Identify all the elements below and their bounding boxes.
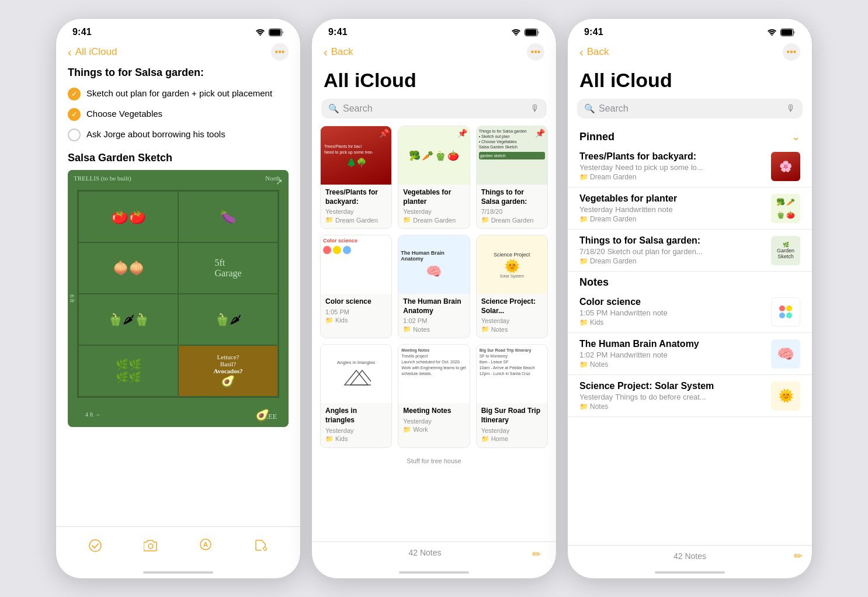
- status-bar-3: 9:41: [568, 19, 812, 41]
- home-bar-2: [399, 571, 469, 574]
- note-card-folder-4: 📁Notes: [403, 325, 464, 333]
- nav-back-2[interactable]: ‹ Back: [324, 46, 353, 59]
- note-count-2: 42 Notes: [408, 548, 441, 557]
- note-thumb-7: Meeting NotesTrevills projectLaunch sche…: [398, 345, 469, 403]
- svg-marker-11: [350, 370, 371, 385]
- search-bar-2[interactable]: 🔍 Search 🎙: [321, 99, 547, 119]
- pinned-item-1[interactable]: Vegetables for planter Yesterday Handwri…: [568, 188, 812, 230]
- phone-2: 9:41 ‹ Back ••• All iCloud 🔍 Search 🎙: [311, 18, 557, 579]
- svg-point-12: [771, 34, 772, 36]
- search-bar-3[interactable]: 🔍 Search 🎙: [577, 99, 803, 119]
- home-bar-3: [655, 571, 725, 574]
- note-thumb-r2: 🌞: [771, 381, 800, 411]
- notes-label: Notes: [579, 276, 609, 289]
- note-folder-r2: 📁Notes: [579, 402, 764, 411]
- pinned-item-0[interactable]: Trees/Plants for backyard: Yesterday Nee…: [568, 145, 812, 188]
- pin-icon-2: 📌: [535, 129, 545, 138]
- note-thumb-r1: 🧠: [771, 339, 800, 369]
- phone-1: 9:41 ‹ All iCloud ••• Things to for Sals…: [55, 18, 301, 579]
- note-preview-r0: Handwritten note: [610, 308, 667, 317]
- pinned-folder-1: 📁Dream Garden: [579, 215, 764, 223]
- bottom-toolbar-1: A: [56, 526, 300, 567]
- svg-rect-14: [782, 29, 793, 35]
- note-title-r1: The Human Brain Anatomy: [579, 339, 764, 349]
- nav-back-label-2[interactable]: Back: [331, 46, 353, 58]
- nav-back-1[interactable]: ‹ All iCloud: [68, 46, 117, 59]
- compose-toolbar-btn[interactable]: [249, 534, 273, 557]
- pen-icon: A: [200, 539, 211, 553]
- note-thumb-4: The Human Brain Anatomy 🧠: [398, 235, 469, 294]
- note-title-1: Things to for Salsa garden:: [68, 67, 289, 79]
- note-card-5[interactable]: Science Project 🌞 Solar System Science P…: [476, 235, 548, 338]
- todo-item-0[interactable]: ✓ Sketch out plan for garden + pick out …: [68, 87, 289, 100]
- pinned-sub-2: 7/18/20 Sketch out plan for garden...: [579, 247, 764, 256]
- battery-icon: [269, 29, 284, 36]
- nav-more-1[interactable]: •••: [271, 43, 289, 61]
- note-card-info-4: The Human Brain Anatomy 1:02 PM 📁Notes: [398, 294, 469, 338]
- note-item-0[interactable]: Color science 1:05 PM Handwritten note 📁…: [568, 291, 812, 333]
- pinned-item-2[interactable]: Things to for Salsa garden: 7/18/20 Sket…: [568, 230, 812, 272]
- note-card-date-6: Yesterday: [325, 427, 387, 434]
- battery-icon-2: [525, 29, 540, 36]
- note-thumb-0: Trees/Plants for bac!Need to pick up som…: [321, 126, 391, 185]
- phone-3: 9:41 ‹ Back ••• All iCloud 🔍 Search 🎙: [567, 18, 813, 579]
- nav-back-label-1[interactable]: All iCloud: [75, 46, 117, 58]
- note-card-7[interactable]: Meeting NotesTrevills projectLaunch sche…: [398, 344, 470, 447]
- nav-more-3[interactable]: •••: [783, 43, 800, 61]
- notes-scroll-2: Trees/Plants for bac!Need to pick up som…: [312, 126, 556, 542]
- note-card-6[interactable]: Angles in triangles Angles in triangles …: [320, 344, 392, 447]
- note-card-0[interactable]: Trees/Plants for bac!Need to pick up som…: [320, 126, 392, 229]
- nav-back-3[interactable]: ‹ Back: [579, 46, 609, 59]
- note-text-1: The Human Brain Anatomy 1:02 PM Handwrit…: [579, 339, 764, 369]
- note-thumb-3: Color science: [321, 235, 391, 294]
- nav-more-2[interactable]: •••: [527, 43, 544, 61]
- mic-icon-2[interactable]: 🎙: [530, 103, 540, 114]
- compose-btn-3[interactable]: ✏: [794, 550, 803, 563]
- nav-back-label-3[interactable]: Back: [587, 46, 609, 58]
- svg-point-3: [89, 540, 101, 551]
- note-count-3: 42 Notes: [673, 551, 706, 561]
- note-card-8[interactable]: Big Sur Road Trip ItinerarySF to Montere…: [476, 344, 548, 447]
- compose-btn-2[interactable]: ✏: [532, 548, 541, 561]
- status-time-1: 9:41: [72, 27, 92, 37]
- note-card-2[interactable]: Things to for Salsa garden• Sketch out p…: [476, 126, 548, 229]
- note-count-bar-3: 42 Notes ✏: [568, 545, 812, 567]
- sketch-title-1: Salsa Garden Sketch: [68, 152, 289, 164]
- nav-bar-2: ‹ Back •••: [312, 41, 556, 67]
- pin-icon-0: 📌: [379, 129, 389, 138]
- camera-toolbar-btn[interactable]: [139, 534, 162, 557]
- note-preview-r2: Things to do before creat...: [615, 393, 706, 401]
- note-card-title-7: Meeting Notes: [403, 407, 464, 416]
- back-chevron-3: ‹: [579, 46, 584, 59]
- note-card-1[interactable]: 🥦🥕🫑🍅 📌 Vegetables for planter Yesterday …: [398, 126, 470, 229]
- todo-check-1[interactable]: ✓: [68, 108, 81, 121]
- note-card-title-6: Angles in triangles: [325, 407, 387, 425]
- pinned-chevron[interactable]: ⌄: [791, 130, 800, 143]
- note-card-4[interactable]: The Human Brain Anatomy 🧠 The Human Brai…: [398, 235, 470, 338]
- pen-toolbar-btn[interactable]: A: [194, 534, 217, 557]
- compose-icon: [254, 539, 268, 553]
- note-thumb-r0: [771, 297, 800, 327]
- todo-check-2[interactable]: [68, 129, 81, 141]
- pinned-thumb-1: 🥦🥕🫑🍅: [771, 194, 800, 223]
- note-item-1[interactable]: The Human Brain Anatomy 1:02 PM Handwrit…: [568, 333, 812, 375]
- back-chevron-1: ‹: [68, 46, 72, 59]
- note-item-2[interactable]: Science Project: Solar System Yesterday …: [568, 375, 812, 417]
- todo-item-2[interactable]: Ask Jorge about borrowing his tools: [68, 128, 289, 141]
- pinned-date-1: Yesterday: [579, 205, 613, 214]
- mic-icon-3[interactable]: 🎙: [786, 103, 796, 114]
- note-card-title-4: The Human Brain Anatomy: [403, 297, 464, 315]
- search-placeholder-3: Search: [599, 103, 783, 114]
- note-thumb-2: Things to for Salsa garden• Sketch out p…: [477, 126, 547, 185]
- svg-rect-2: [270, 29, 281, 35]
- note-card-date-8: Yesterday: [481, 427, 543, 434]
- todo-check-0[interactable]: ✓: [68, 88, 81, 100]
- check-toolbar-btn[interactable]: [84, 534, 107, 557]
- todo-item-1[interactable]: ✓ Choose Vegetables: [68, 107, 289, 121]
- note-date-r0: 1:05 PM: [579, 308, 607, 317]
- pinned-preview-2: Sketch out plan for garden...: [607, 247, 702, 256]
- note-thumb-8: Big Sur Road Trip ItinerarySF to Montere…: [477, 345, 547, 403]
- note-card-3[interactable]: Color science Color science 1:05 PM 📁Kid…: [320, 235, 392, 338]
- note-card-title-1: Vegetables for planter: [403, 188, 464, 206]
- note-card-folder-3: 📁Kids: [325, 317, 387, 324]
